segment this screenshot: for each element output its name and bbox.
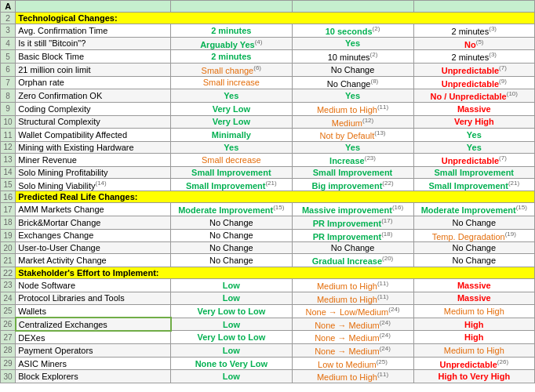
- cell-value: Moderate Improvement: [421, 205, 516, 215]
- cell-value: Unpredictable: [439, 359, 497, 368]
- table-cell: Unpredictable(7): [413, 63, 534, 76]
- table-cell: Low to Medium(25): [292, 357, 413, 370]
- table-cell: Very High: [413, 115, 534, 129]
- cell-value: No: [464, 39, 476, 49]
- row-number: 12: [1, 141, 16, 153]
- row-number: 19: [1, 229, 16, 242]
- cell-value: Medium to High: [317, 281, 377, 291]
- row-label: Solo Mining Profitability: [16, 166, 171, 178]
- table-cell: 2 minutes(3): [413, 50, 534, 64]
- footnote-ref: (2): [373, 25, 380, 32]
- cell-value: Moderate Improvement: [178, 205, 273, 215]
- cell-value: No Change: [331, 65, 375, 74]
- table-cell: Low: [171, 344, 292, 358]
- table-cell: Low: [171, 278, 292, 292]
- cell-value: Low: [223, 346, 240, 355]
- row-number: 9: [1, 102, 16, 115]
- table-cell: Moderate Improvement(15): [171, 203, 292, 216]
- row-number: 15: [1, 178, 16, 191]
- cell-value: Massive: [457, 104, 491, 114]
- footnote-ref: (23): [365, 154, 376, 162]
- row-label: Brick&Mortar Change: [16, 216, 171, 229]
- table-cell: Medium(12): [292, 115, 413, 129]
- row-label: Centralized Exchanges: [16, 318, 171, 331]
- row-label-text: User-to-User Change: [18, 243, 100, 252]
- table-row: 21Market Activity ChangeNo ChangeGradual…: [1, 254, 535, 267]
- row-label: Node Software: [16, 278, 171, 292]
- row-label-text: DEXes: [18, 333, 45, 343]
- table-cell: No Change: [171, 216, 292, 229]
- row-number: 13: [1, 153, 16, 166]
- table-cell: Very Low: [171, 102, 292, 115]
- table-cell: Unpredictable(7): [413, 153, 534, 166]
- footnote-ref: (24): [380, 319, 391, 326]
- table-cell: Low: [171, 292, 292, 305]
- table-cell: Very Low to Low: [171, 305, 292, 318]
- row-label: Protocol Libraries and Tools: [16, 292, 171, 305]
- row-number: 6: [1, 63, 16, 76]
- table-row: 28Payment OperatorsLowNone → Medium(24)M…: [1, 344, 535, 358]
- cell-value: Yes: [345, 91, 360, 100]
- cell-value: 2 minutes: [211, 26, 251, 35]
- table-cell: Massive: [413, 292, 534, 305]
- table-cell: High to Very High: [413, 370, 534, 383]
- cell-value: Massive improvement: [302, 205, 392, 215]
- row-number: 2: [1, 13, 16, 24]
- cell-value: High to Very High: [438, 372, 510, 381]
- footnote-ref: (11): [377, 280, 388, 287]
- row-number: 21: [1, 254, 16, 267]
- cell-value: None → Medium: [315, 347, 380, 356]
- col-c-header: [171, 1, 292, 13]
- footnote-ref: (14): [96, 180, 107, 187]
- row-number: 28: [1, 344, 16, 358]
- table-cell: None → Medium(24): [292, 331, 413, 344]
- footnote-ref: (11): [377, 103, 388, 111]
- cell-value: Medium to High: [317, 105, 377, 114]
- row-label: Basic Block Time: [16, 50, 171, 64]
- section-label: Technological Changes:: [16, 13, 535, 24]
- table-cell: Massive improvement(16): [292, 203, 413, 216]
- cell-value: 10 seconds: [326, 27, 373, 36]
- row-label-text: Protocol Libraries and Tools: [18, 293, 125, 303]
- row-label: Wallet Compatibility Affected: [16, 129, 171, 142]
- table-cell: Yes: [292, 141, 413, 153]
- table-cell: Moderate Improvement(15): [413, 203, 534, 216]
- table-cell: Yes: [413, 129, 534, 142]
- section-header-row: 2Technological Changes:: [1, 13, 535, 24]
- row-number: 10: [1, 115, 16, 129]
- row-label-text: Payment Operators: [18, 346, 93, 355]
- table-row: 29ASIC MinersNone to Very LowLow to Medi…: [1, 357, 535, 370]
- row-number: 23: [1, 278, 16, 292]
- footnote-ref: (16): [392, 204, 403, 211]
- footnote-ref: (22): [382, 180, 393, 187]
- cell-value: Small Improvement: [435, 168, 514, 177]
- cell-value: None → Low/Medium: [306, 307, 389, 317]
- footnote-ref: (21): [508, 180, 519, 187]
- row-label: 21 million coin limit: [16, 63, 171, 76]
- table-cell: Small increase: [171, 76, 292, 89]
- table-cell: Small Improvement: [292, 166, 413, 178]
- table-cell: No Change: [171, 229, 292, 242]
- table-cell: Medium to High(11): [292, 370, 413, 383]
- footnote-ref: (7): [499, 154, 507, 162]
- row-label-text: Exchanges Change: [18, 230, 93, 240]
- table-cell: Small change(6): [171, 63, 292, 76]
- table-cell: No Change: [292, 242, 413, 254]
- table-cell: Medium to High: [413, 344, 534, 358]
- row-label-text: Avg. Confirmation Time: [18, 26, 107, 35]
- cell-value: Minimally: [212, 130, 251, 140]
- table-cell: Yes: [413, 141, 534, 153]
- table-cell: No Change: [413, 242, 534, 254]
- row-label-text: Orphan rate: [18, 78, 64, 87]
- table-cell: High: [413, 318, 534, 331]
- cell-value: No / Unpredictable: [431, 92, 507, 101]
- footnote-ref: (10): [507, 90, 518, 97]
- table-cell: Small Improvement: [171, 166, 292, 178]
- cell-value: 2 minutes: [452, 27, 490, 36]
- cell-value: Low: [223, 372, 240, 381]
- table-row: 19Exchanges ChangeNo ChangePR Improvemen…: [1, 229, 535, 242]
- table-cell: No Change: [413, 254, 534, 267]
- cell-value: Low: [223, 293, 240, 303]
- cell-value: Yes: [224, 91, 238, 100]
- footnote-ref: (24): [388, 306, 399, 313]
